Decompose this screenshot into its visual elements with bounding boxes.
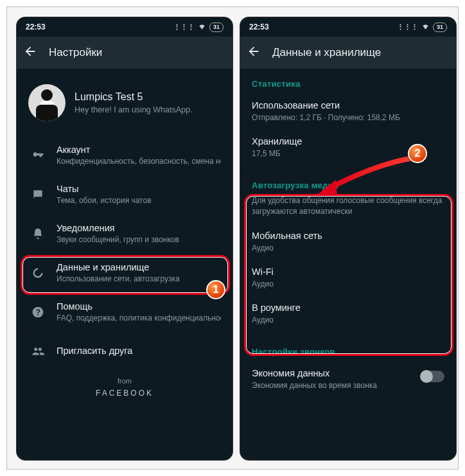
settings-item-notifications[interactable]: Уведомления Звуки сообщений, групп и зво… [17, 214, 232, 253]
section-header-stats: Статистика [240, 69, 456, 94]
row-sub: Отправлено: 1,2 ГБ · Получено: 158,2 МБ [252, 113, 444, 122]
callout-badge-2: 2 [408, 144, 427, 163]
row-sub: Экономия данных во время звонка [252, 381, 415, 390]
row-roaming[interactable]: В роуминге Аудио [240, 296, 456, 332]
setting-title: Данные и хранилище [57, 262, 221, 272]
autodownload-description: Для удобства общения голосовые сообщения… [240, 195, 456, 224]
settings-item-account[interactable]: Аккаунт Конфиденциальность, безопасность… [17, 136, 232, 175]
status-time: 22:53 [26, 22, 46, 31]
settings-item-chats[interactable]: Чаты Тема, обои, история чатов [17, 175, 232, 214]
row-title: В роуминге [252, 303, 444, 313]
row-sub: Аудио [252, 243, 444, 252]
row-sub: Аудио [252, 279, 444, 288]
tutorial-canvas: 22:53 ⋮⋮⋮ 31 Настройки Lumpics Test 5 He… [6, 6, 459, 470]
signal-icon: ⋮⋮⋮ [173, 23, 195, 31]
setting-sub: Звуки сообщений, групп и звонков [57, 235, 221, 244]
page-title: Настройки [49, 46, 102, 59]
status-icons: ⋮⋮⋮ 31 [397, 22, 447, 32]
data-usage-icon [31, 267, 45, 279]
setting-title: Чаты [57, 184, 221, 194]
profile-row[interactable]: Lumpics Test 5 Hey there! I am using Wha… [17, 69, 232, 136]
bell-icon [31, 227, 45, 240]
page-title: Данные и хранилище [272, 46, 381, 59]
setting-sub: FAQ, поддержка, политика конфиденциально… [57, 313, 221, 322]
help-icon [31, 306, 45, 319]
profile-name: Lumpics Test 5 [75, 91, 192, 103]
setting-sub: Конфиденциальность, безопасность, смена … [57, 157, 221, 166]
profile-status: Hey there! I am using WhatsApp. [75, 105, 192, 114]
setting-sub: Использование сети, автозагрузка [57, 274, 221, 283]
toggle-switch[interactable] [421, 371, 444, 382]
settings-item-invite[interactable]: Пригласить друга [17, 336, 232, 367]
row-sub: Аудио [252, 315, 444, 324]
row-title: Wi-Fi [252, 267, 444, 277]
settings-item-help[interactable]: Помощь FAQ, поддержка, политика конфиден… [17, 292, 232, 331]
wifi-icon [421, 23, 430, 31]
row-network-usage[interactable]: Использование сети Отправлено: 1,2 ГБ · … [240, 94, 456, 130]
row-wifi[interactable]: Wi-Fi Аудио [240, 260, 456, 296]
status-bar: 22:53 ⋮⋮⋮ 31 [240, 17, 456, 37]
phone-data-storage: 22:53 ⋮⋮⋮ 31 Данные и хранилище Статисти… [240, 17, 457, 461]
row-title: Мобильная сеть [252, 231, 444, 241]
status-time: 22:53 [249, 22, 269, 31]
battery-indicator: 31 [209, 22, 224, 32]
battery-indicator: 31 [433, 22, 447, 32]
setting-sub: Тема, обои, история чатов [57, 196, 221, 205]
signal-icon: ⋮⋮⋮ [397, 23, 418, 31]
row-mobile-data[interactable]: Мобильная сеть Аудио [240, 224, 456, 260]
avatar [28, 84, 66, 121]
row-title: Экономия данных [252, 368, 415, 378]
chat-icon [31, 188, 45, 201]
phone-settings: 22:53 ⋮⋮⋮ 31 Настройки Lumpics Test 5 He… [16, 17, 233, 461]
back-icon[interactable] [23, 44, 37, 61]
wifi-icon [198, 23, 206, 31]
callout-badge-1: 1 [206, 280, 225, 299]
setting-title: Уведомления [57, 223, 221, 233]
footer-brand: FACEBOOK [17, 389, 232, 398]
row-title: Использование сети [252, 100, 444, 110]
app-bar: Настройки [17, 37, 232, 69]
people-icon [31, 345, 45, 358]
footer-from: from [17, 377, 232, 385]
footer: from FACEBOOK [17, 367, 232, 398]
status-icons: ⋮⋮⋮ 31 [173, 22, 224, 32]
row-data-saver[interactable]: Экономия данных Экономия данных во время… [240, 362, 456, 399]
status-bar: 22:53 ⋮⋮⋮ 31 [17, 17, 232, 37]
section-header-autodownload: Автозагрузка медиа [240, 170, 456, 195]
setting-title: Аккаунт [57, 145, 221, 155]
section-header-calls: Настройки звонков [240, 337, 456, 362]
key-icon [31, 149, 45, 162]
app-bar: Данные и хранилище [240, 37, 456, 69]
back-icon[interactable] [247, 44, 261, 61]
settings-item-data-storage[interactable]: Данные и хранилище Использование сети, а… [17, 253, 232, 292]
setting-title: Пригласить друга [57, 346, 221, 356]
setting-title: Помощь [57, 301, 221, 312]
